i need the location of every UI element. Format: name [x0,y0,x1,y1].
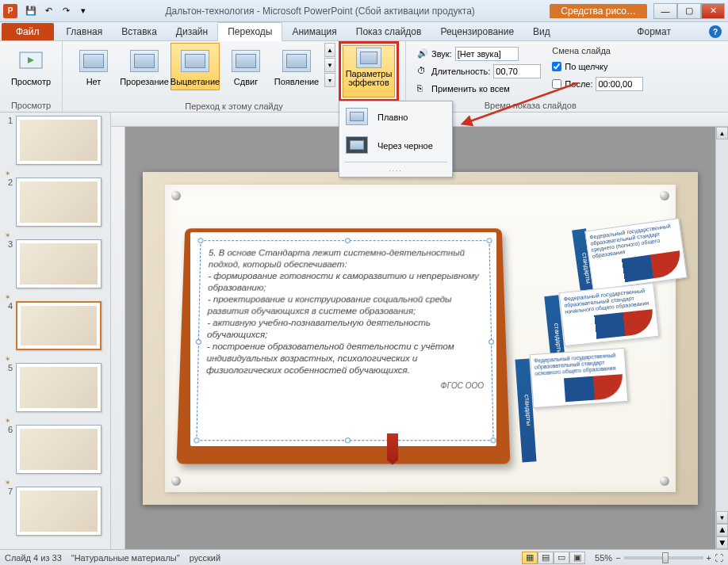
selection-handle[interactable] [196,339,201,345]
thumbnail-4[interactable] [16,301,102,350]
tab-insert[interactable]: Вставка [112,23,167,40]
save-icon[interactable]: 💾 [24,4,38,18]
help-icon[interactable]: ? [709,25,722,38]
group-label-preview: Просмотр [6,99,56,112]
gallery-down-button[interactable]: ▼ [324,58,335,72]
effect-options-dropdown: Плавно Через черное ···· [339,101,453,178]
selection-handle[interactable] [193,437,199,443]
transition-cut[interactable]: Прорезание [120,43,169,90]
close-button[interactable]: ✕ [701,3,725,19]
next-slide-button[interactable]: ⯆ [716,536,728,549]
ribbon: Просмотр Просмотр Нет Прорезание Выцвета… [0,41,728,113]
slide-canvas[interactable]: 5. В основе Стандарта лежит системно-дея… [125,127,715,549]
thumbnail-2[interactable] [16,178,102,227]
transition-fade[interactable]: Выцветание [171,43,220,90]
board-shape[interactable]: 5. В основе Стандарта лежит системно-дея… [165,185,676,492]
animation-indicator-icon[interactable]: ✶ [5,293,13,301]
dropdown-item-smooth[interactable]: Плавно [341,103,450,132]
transition-wipe[interactable]: Появление [272,43,321,90]
gallery-up-button[interactable]: ▲ [324,43,335,57]
doc-card-2[interactable]: Федеральный государственный образователь… [559,282,659,345]
tab-view[interactable]: Вид [523,23,560,40]
doc-card-1[interactable]: Федеральный государственный образователь… [584,218,687,291]
animation-indicator-icon[interactable]: ✶ [5,355,13,363]
selection-handle[interactable] [345,238,351,243]
after-input[interactable] [596,77,643,91]
book-shape[interactable]: 5. В основе Стандарта лежит системно-дея… [181,224,506,462]
dropdown-grip[interactable]: ···· [341,166,450,175]
undo-icon[interactable]: ↶ [41,4,56,18]
through-black-icon [346,136,370,155]
pin-icon [171,191,181,200]
smooth-icon [346,108,370,127]
zoom-slider[interactable] [624,556,703,559]
tab-file[interactable]: Файл [2,23,54,40]
thumbnail-1[interactable] [16,116,102,165]
effect-options-icon [356,48,381,68]
transition-push[interactable]: Сдвиг [221,43,270,90]
animation-indicator-icon[interactable]: ✶ [5,170,13,178]
reading-view-button[interactable]: ▭ [554,552,569,564]
ribbon-tabs: Файл Главная Вставка Дизайн Переходы Ани… [0,22,728,41]
duration-icon: ⏱ [417,66,428,77]
zoom-in-button[interactable]: + [707,553,711,563]
tab-transitions[interactable]: Переходы [217,22,282,41]
sound-icon: 🔊 [417,48,428,59]
selection-handle[interactable] [197,238,203,243]
animation-indicator-icon[interactable]: ✶ [5,417,13,425]
vertical-scrollbar[interactable]: ▲ ▼ ⯅ ⯆ [715,127,728,549]
tab-design[interactable]: Дизайн [167,23,217,40]
sound-select[interactable] [455,47,519,61]
after-checkbox[interactable] [552,79,561,89]
normal-view-button[interactable]: ▦ [522,552,538,564]
effect-options-button[interactable]: Параметры эффектов [343,45,395,97]
slide-counter[interactable]: Слайд 4 из 33 [5,553,62,563]
effect-options-highlight: Параметры эффектов Плавно Через черное ·… [339,41,399,101]
scroll-down-button[interactable]: ▼ [716,511,728,524]
fit-window-button[interactable]: ⛶ [715,553,723,563]
prev-slide-button[interactable]: ⯅ [716,524,728,536]
zoom-slider-thumb[interactable] [662,552,669,563]
zoom-out-button[interactable]: − [615,553,620,563]
doc-card-3[interactable]: Федеральный государственный образователь… [530,347,628,407]
window-title: Дальтон-технология - Microsoft PowerPoin… [90,6,550,17]
dropdown-separator [344,162,447,165]
language-indicator[interactable]: русский [190,553,220,563]
preview-button[interactable]: Просмотр [6,43,56,90]
tab-review[interactable]: Рецензирование [431,23,523,40]
transition-wipe-icon [282,50,311,72]
duration-input[interactable] [493,64,541,78]
transition-push-icon [232,50,260,72]
tab-home[interactable]: Главная [57,23,113,40]
scroll-up-button[interactable]: ▲ [716,127,728,139]
selection-handle[interactable] [345,437,351,443]
thumbnail-5[interactable] [16,363,102,412]
selection-handle[interactable] [486,238,492,243]
tab-slideshow[interactable]: Показ слайдов [347,23,431,40]
dropdown-item-black[interactable]: Через черное [341,132,450,160]
on-click-checkbox[interactable] [552,62,561,71]
slideshow-view-button[interactable]: ▣ [569,552,585,564]
animation-indicator-icon[interactable]: ✶ [5,231,13,239]
book-footer: ФГОС ООО [206,380,485,391]
transition-none[interactable]: Нет [69,43,118,90]
selected-textbox[interactable]: 5. В основе Стандарта лежит системно-дея… [196,240,493,441]
bookmark-icon [387,433,398,465]
theme-name[interactable]: "Натуральные материалы" [71,553,180,563]
maximize-button[interactable]: ▢ [677,3,701,19]
vertical-ruler[interactable] [111,127,125,549]
tab-format[interactable]: Формат [627,23,680,40]
thumbnail-7[interactable] [16,487,102,536]
apply-all-button[interactable]: ⎘ Применить ко всем [417,81,541,97]
zoom-level[interactable]: 55% [595,553,612,563]
thumbnail-3[interactable] [16,239,102,288]
qat-more-icon[interactable]: ▾ [76,4,90,18]
gallery-more-button[interactable]: ▾ [324,73,335,87]
minimize-button[interactable]: — [653,3,677,19]
sorter-view-button[interactable]: ▤ [538,552,554,564]
tab-animations[interactable]: Анимация [282,23,346,40]
animation-indicator-icon[interactable]: ✶ [5,479,13,487]
redo-icon[interactable]: ↷ [59,4,73,18]
thumbnail-6[interactable] [16,425,102,474]
document-stack[interactable]: стандарты Федеральный государственный об… [493,224,652,478]
